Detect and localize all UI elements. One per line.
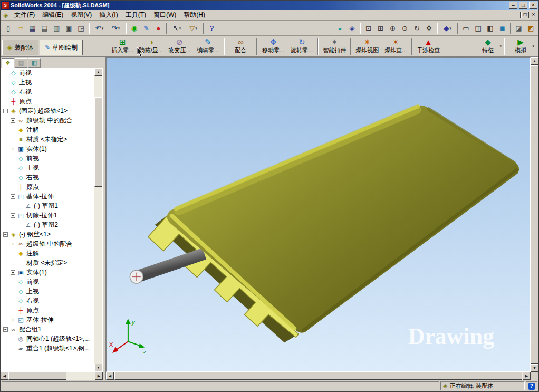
tree-expander-plus[interactable]: +	[11, 242, 15, 246]
tree-item[interactable]: ◇前视	[1, 154, 94, 163]
menu-insert[interactable]: 插入(I)	[95, 9, 121, 21]
tree-item[interactable]: ◇右视	[1, 173, 94, 182]
tree-item[interactable]: ◆注解	[1, 125, 94, 135]
doc-minimize-button[interactable]: –	[513, 12, 521, 18]
tree-expander-minus[interactable]: −	[11, 194, 15, 199]
property-manager-tab[interactable]: ▤	[15, 58, 27, 68]
exploded-view-button[interactable]: ✷爆炸视图	[353, 37, 381, 56]
close-button[interactable]: ×	[529, 2, 537, 9]
tree-item[interactable]: ◎同轴心1 (超级轨<1>,...	[1, 334, 94, 343]
tree-vertical-scrollbar[interactable]: ▲ ▼	[94, 68, 102, 371]
doc-close-button[interactable]: ×	[530, 12, 537, 18]
dropdown-arrow-icon[interactable]: ▾	[179, 26, 181, 31]
tree-item[interactable]: ◇上视	[1, 78, 94, 87]
tree-item[interactable]: ◇前视	[1, 277, 94, 286]
graphics-viewport[interactable]: y X z Drawing	[106, 57, 531, 372]
scroll-right-icon[interactable]: ▶	[523, 372, 531, 380]
make-assembly-from-part-button[interactable]: ▥	[51, 23, 63, 34]
tree-item[interactable]: ┼原点	[1, 97, 94, 106]
doc-restore-button[interactable]: □	[521, 12, 529, 18]
tree-item[interactable]: +◰基体-拉伸	[1, 315, 94, 324]
select-button[interactable]: ↖▾	[169, 23, 185, 34]
scroll-left-icon[interactable]: ◀	[106, 372, 114, 380]
rotate-component-button[interactable]: ↻旋转零...	[287, 37, 316, 56]
menu-window[interactable]: 窗口(W)	[150, 9, 180, 21]
undo-button[interactable]: ↶▾	[91, 23, 108, 34]
zoom-in-out-button[interactable]: ⊕	[387, 23, 399, 34]
document-icon[interactable]: ◈	[2, 12, 10, 19]
hide-show-items-button[interactable]: ◒	[334, 23, 346, 34]
tree-item[interactable]: ▰重合1 (超级轨<1>,钢...	[1, 343, 94, 353]
scrollbar-track[interactable]	[66, 372, 95, 380]
zoom-to-selection-button[interactable]: ⊙	[399, 23, 411, 34]
tree-item[interactable]: −◈(固定) 超级轨<1>	[1, 106, 94, 116]
open-button[interactable]: ▱	[14, 23, 26, 34]
save-button[interactable]: ▦	[26, 23, 38, 34]
tree-item[interactable]: ┼原点	[1, 182, 94, 192]
tree-item[interactable]: −◰基体-拉伸	[1, 192, 94, 201]
make-drawing-from-part-button[interactable]: ▤	[38, 23, 51, 34]
status-help-button[interactable]: ?	[526, 381, 537, 390]
features-button[interactable]: ◆特征▾	[474, 37, 502, 56]
hidden-lines-visible-button[interactable]: ◫	[472, 23, 484, 34]
tree-item[interactable]: −◳切除-拉伸1	[1, 211, 94, 220]
tree-item[interactable]: ∠(-) 草图2	[1, 220, 94, 230]
selection-filter-button[interactable]: ▽▾	[185, 23, 201, 34]
dropdown-arrow-icon[interactable]: ▾	[532, 44, 534, 49]
section-view-button[interactable]: ◩	[525, 23, 537, 34]
title-bar[interactable]: S SolidWorks 2004 - [超级轨.SLDASM] – □ ×	[1, 1, 538, 10]
interference-detection-button[interactable]: ▲干涉检查	[414, 37, 442, 56]
menu-view[interactable]: 视图(V)	[67, 9, 95, 21]
tree-item[interactable]: −◈(-) 钢丝<1>	[1, 230, 94, 239]
scrollbar-thumb[interactable]	[94, 97, 102, 187]
tree-expander-plus[interactable]: +	[11, 147, 15, 151]
scroll-up-icon[interactable]: ▲	[531, 57, 538, 65]
tree-item[interactable]: ◇右视	[1, 296, 94, 305]
menu-file[interactable]: 文件(F)	[11, 9, 38, 21]
tree-item[interactable]: ∠(-) 草图1	[1, 201, 94, 211]
pan-button[interactable]: ✥	[423, 23, 435, 34]
move-component-button[interactable]: ✥移动零...	[259, 37, 287, 56]
dropdown-arrow-icon[interactable]: ▾	[499, 44, 502, 49]
tree-item[interactable]: ◇右视	[1, 87, 94, 97]
help-button[interactable]: ?	[206, 23, 218, 34]
redo-button[interactable]: ↷▾	[108, 23, 124, 34]
tab-sketch[interactable]: ✎草图绘制	[40, 40, 83, 55]
tree-item[interactable]: −∞配合组1	[1, 324, 94, 334]
hide-show-component-button[interactable]: ◑隐藏/显...	[137, 37, 165, 56]
tree-item[interactable]: ≡材质 <未指定>	[1, 258, 94, 267]
new-document-button[interactable]: ▯	[2, 23, 14, 34]
dropdown-arrow-icon[interactable]: ▾	[118, 26, 120, 31]
tree-expander-minus[interactable]: −	[11, 213, 15, 218]
tree-item[interactable]: +▣实体(1)	[1, 267, 94, 277]
feature-manager-tab[interactable]: ❖	[2, 58, 14, 68]
sketch-button[interactable]: ✎	[140, 23, 152, 34]
tree-item[interactable]: +∞超级轨 中的配合	[1, 239, 94, 248]
explode-line-sketch-button[interactable]: ✴爆炸直...	[381, 37, 410, 56]
viewport-vertical-scrollbar[interactable]: ▲ ▼	[531, 57, 538, 372]
minimize-button[interactable]: –	[509, 2, 517, 9]
menu-help[interactable]: 帮助(H)	[180, 9, 209, 21]
scrollbar-thumb[interactable]	[531, 65, 538, 364]
tree-item[interactable]: +▣实体(1)	[1, 144, 94, 154]
view-orientation-button[interactable]: ◈	[346, 23, 358, 34]
hidden-lines-removed-button[interactable]: ◧	[484, 23, 496, 34]
tree-expander-minus[interactable]: −	[3, 327, 8, 332]
tree-item[interactable]: ◆注解	[1, 248, 94, 258]
tab-assembly[interactable]: ◈装配体	[2, 40, 38, 55]
tree-item[interactable]: ◇上视	[1, 163, 94, 173]
simulation-button[interactable]: ▶模拟▾	[506, 37, 535, 56]
rotate-view-button[interactable]: ↻	[411, 23, 423, 34]
tree-item[interactable]: ≡材质 <未指定>	[1, 135, 94, 144]
dropdown-arrow-icon[interactable]: ▾	[449, 26, 451, 31]
shaded-button[interactable]: ◼	[496, 23, 508, 34]
insert-component-button[interactable]: ⊞插入零...	[108, 37, 137, 56]
scrollbar-thumb[interactable]	[8, 372, 66, 380]
edit-color-button[interactable]: ●	[152, 23, 165, 34]
tree-item[interactable]: ◇上视	[1, 286, 94, 296]
maximize-button[interactable]: □	[519, 2, 527, 9]
scrollbar-track[interactable]	[94, 187, 102, 364]
tree-expander-plus[interactable]: +	[11, 318, 15, 322]
wireframe-button[interactable]: ▭	[460, 23, 472, 34]
zoom-to-area-button[interactable]: ⊞	[374, 23, 387, 34]
